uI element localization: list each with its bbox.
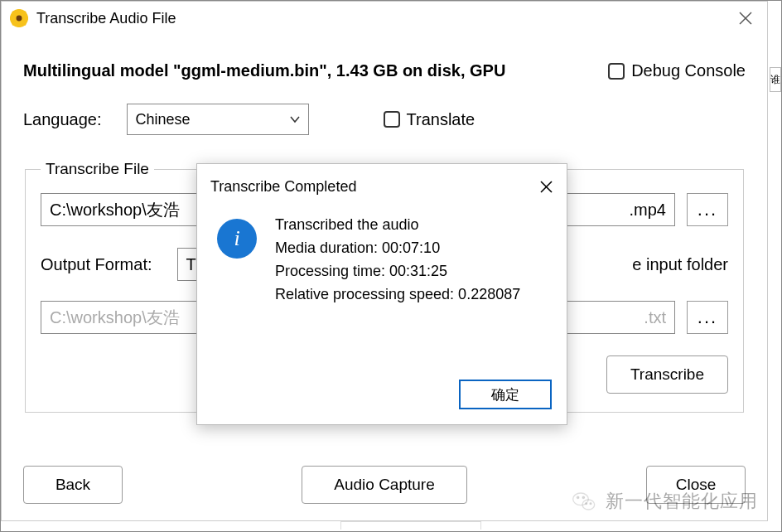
svg-point-6 bbox=[11, 21, 17, 27]
dialog-message: Transcribed the audio Media duration: 00… bbox=[275, 214, 520, 380]
group-legend: Transcribe File bbox=[41, 160, 154, 178]
close-button[interactable]: Close bbox=[646, 466, 746, 504]
save-folder-label-fragment: e input folder bbox=[632, 255, 728, 274]
window-close-button[interactable] bbox=[727, 2, 764, 35]
app-icon bbox=[10, 9, 28, 27]
titlebar: Transcribe Audio File bbox=[2, 2, 767, 35]
browse-input-button[interactable]: ... bbox=[687, 193, 728, 226]
svg-point-2 bbox=[10, 17, 15, 20]
window-title: Transcribe Audio File bbox=[36, 10, 727, 27]
background-fragment-box bbox=[340, 521, 481, 530]
svg-point-5 bbox=[22, 10, 27, 16]
dialog-title: Transcribe Completed bbox=[210, 178, 356, 196]
back-button[interactable]: Back bbox=[23, 466, 123, 504]
audio-capture-button[interactable]: Audio Capture bbox=[302, 466, 467, 504]
svg-point-1 bbox=[17, 22, 21, 27]
completion-dialog: Transcribe Completed i Transcribed the a… bbox=[196, 163, 567, 425]
language-select[interactable]: Chinese bbox=[127, 104, 309, 135]
language-label: Language: bbox=[23, 110, 102, 129]
dialog-close-button[interactable] bbox=[535, 176, 557, 197]
checkbox-box bbox=[384, 111, 400, 128]
svg-point-0 bbox=[17, 9, 21, 14]
svg-point-8 bbox=[17, 16, 22, 22]
model-description: Multilingual model "ggml-medium.bin", 1.… bbox=[23, 61, 505, 80]
debug-console-label: Debug Console bbox=[631, 61, 746, 80]
close-icon bbox=[739, 12, 752, 25]
background-fragment: 谁 bbox=[770, 67, 781, 92]
svg-point-4 bbox=[11, 10, 17, 16]
browse-output-button[interactable]: ... bbox=[687, 301, 728, 334]
info-icon: i bbox=[217, 219, 257, 259]
dialog-ok-button[interactable]: 确定 bbox=[459, 380, 552, 409]
footer-buttons: Back Audio Capture Close bbox=[23, 466, 746, 504]
checkbox-box bbox=[608, 63, 625, 80]
debug-console-checkbox[interactable]: Debug Console bbox=[608, 61, 746, 80]
close-icon bbox=[540, 181, 553, 193]
translate-checkbox[interactable]: Translate bbox=[384, 110, 475, 129]
chevron-down-icon bbox=[290, 114, 300, 124]
svg-point-3 bbox=[23, 17, 28, 20]
transcribe-button[interactable]: Transcribe bbox=[606, 355, 728, 394]
output-format-label: Output Format: bbox=[41, 255, 152, 274]
translate-label: Translate bbox=[407, 110, 475, 129]
language-value: Chinese bbox=[136, 111, 191, 128]
svg-point-7 bbox=[22, 21, 27, 27]
